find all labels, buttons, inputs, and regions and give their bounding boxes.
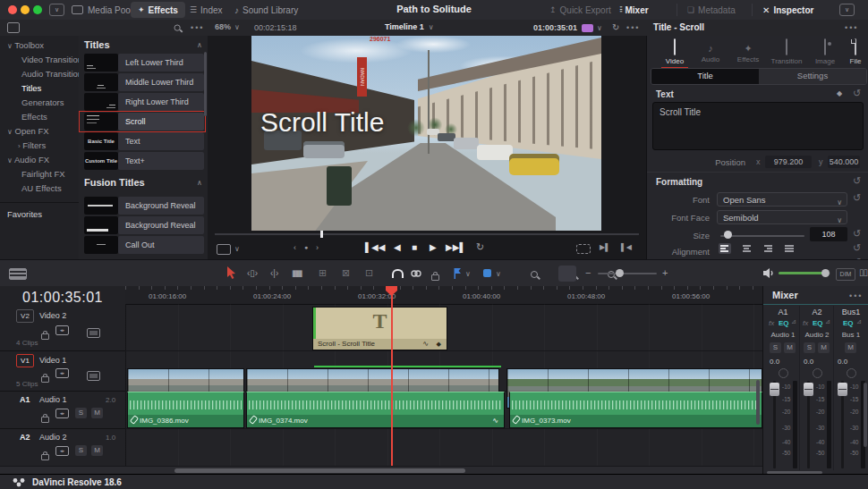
title-clip-keyframe-icon[interactable]: ◆ bbox=[437, 339, 441, 350]
panel-layout-toggle-right[interactable]: ∨ bbox=[839, 4, 855, 16]
track-v1-lock-icon[interactable] bbox=[41, 376, 49, 383]
track-header-v1[interactable]: V1 Video 1 ◂▸ 5 Clips bbox=[0, 350, 125, 392]
channel-mute-button[interactable]: M bbox=[818, 342, 830, 353]
track-a2-lock-icon[interactable] bbox=[41, 454, 49, 460]
title-item-right-lower-third[interactable]: Right Lower Third bbox=[81, 93, 204, 111]
sidebar-item-open-fx[interactable]: ∨ Open FX bbox=[7, 126, 49, 136]
dynamic-trim-mode-icon[interactable]: ‹|› bbox=[270, 268, 278, 278]
video-frame[interactable]: MADAN 296071 Scroll Title bbox=[251, 36, 601, 231]
track-a2-solo-button[interactable]: S bbox=[75, 445, 87, 456]
position-x-value[interactable]: 979.200 bbox=[765, 156, 812, 168]
zoom-slider-handle[interactable] bbox=[616, 269, 624, 277]
channel-fx-label[interactable]: fx bbox=[769, 319, 774, 327]
audio-clip-automation-icon[interactable]: ∿ bbox=[492, 415, 498, 427]
quick-export-button[interactable]: ↥ Quick Export bbox=[549, 2, 611, 18]
dim-audio-button[interactable]: DIM bbox=[836, 268, 855, 281]
track-a2-destination[interactable]: A2 bbox=[20, 433, 30, 442]
sidebar-item-favorites[interactable]: Favorites bbox=[7, 209, 42, 219]
subtab-settings[interactable]: Settings bbox=[759, 69, 866, 84]
channel-pan-knob[interactable] bbox=[779, 368, 788, 378]
timeline-ruler[interactable]: 01:00:16:00 01:00:24:00 01:00:32:00 01:0… bbox=[125, 286, 762, 305]
loop-range-icon[interactable] bbox=[576, 244, 591, 254]
timeline-playhead[interactable] bbox=[391, 286, 393, 466]
channel-fader-handle[interactable] bbox=[838, 383, 847, 396]
titles-panel-options-icon[interactable]: ••• bbox=[191, 23, 204, 32]
zoom-in-icon[interactable]: + bbox=[662, 267, 668, 278]
keyframe-icon[interactable]: ◆ bbox=[837, 89, 842, 97]
text-content-input[interactable]: Scroll Title bbox=[652, 102, 864, 150]
panel-expand-icon[interactable] bbox=[7, 22, 20, 33]
sidebar-item-effects[interactable]: Effects bbox=[21, 112, 47, 122]
link-clips-icon[interactable] bbox=[410, 268, 422, 279]
channel-fader-handle[interactable] bbox=[804, 383, 813, 396]
stop-icon[interactable]: ■ bbox=[412, 242, 417, 252]
inspector-options-icon[interactable]: ••• bbox=[845, 23, 858, 32]
sidebar-item-generators[interactable]: Generators bbox=[21, 97, 64, 107]
size-slider-track[interactable] bbox=[720, 235, 804, 237]
title-item-left-lower-third[interactable]: Left Lower Third bbox=[81, 54, 204, 72]
subtab-title[interactable]: Title bbox=[651, 69, 759, 84]
sidebar-item-video-transitions[interactable]: Video Transitions bbox=[21, 55, 87, 64]
mixer-vertical-scrollbar[interactable] bbox=[864, 383, 867, 447]
channel-fader-handle[interactable] bbox=[770, 383, 779, 396]
timeline-title-clip[interactable]: T Scroll - Scroll Title ∿ ◆ bbox=[312, 307, 447, 350]
sidebar-item-audio-fx[interactable]: ∨ Audio FX bbox=[7, 155, 49, 164]
jog-forward-icon[interactable]: › bbox=[316, 243, 319, 252]
align-justify-icon[interactable] bbox=[783, 243, 796, 254]
track-a2-autoselect-icon[interactable]: ◂▸ bbox=[55, 446, 69, 456]
formatting-reset-icon[interactable]: ↺ bbox=[853, 175, 861, 187]
loop-icon[interactable]: ↻ bbox=[476, 241, 484, 253]
clip-color-icon[interactable] bbox=[582, 24, 593, 32]
audio-clip-1[interactable]: IMG_0386.mov bbox=[127, 392, 244, 428]
text-reset-icon[interactable]: ↺ bbox=[853, 88, 861, 99]
blade-edit-mode-icon[interactable]: ▮▮▮ bbox=[292, 268, 302, 278]
match-frame-icon[interactable]: ▌◀ bbox=[621, 243, 632, 251]
track-a2-mute-button[interactable]: M bbox=[91, 445, 103, 456]
track-a1-mute-button[interactable]: M bbox=[91, 408, 103, 418]
title-item-scroll[interactable]: Scroll bbox=[81, 113, 204, 131]
channel-eq-label[interactable]: EQ bbox=[813, 319, 823, 327]
play-around-icon[interactable]: ▶▌ bbox=[600, 243, 610, 251]
zoom-full-extent-icon[interactable] bbox=[529, 270, 541, 281]
audio-clip-3[interactable]: IMG_0373.mov bbox=[509, 392, 762, 428]
channel-eq-label[interactable]: EQ bbox=[779, 319, 789, 327]
tab-video[interactable]: Video bbox=[661, 39, 688, 69]
clip-color-chevron[interactable]: ∨ bbox=[597, 24, 602, 32]
metadata-button[interactable]: ❏ Metadata bbox=[687, 2, 736, 18]
track-a1-destination[interactable]: A1 bbox=[20, 395, 30, 404]
timeline-selector[interactable]: Timeline 1∨ bbox=[385, 22, 434, 31]
font-reset-icon[interactable]: ↺ bbox=[853, 192, 861, 204]
zoom-slider-track[interactable] bbox=[598, 273, 657, 274]
timeline-horizontal-scrollbar[interactable] bbox=[174, 468, 465, 473]
viewer-scrubber-playhead[interactable] bbox=[320, 231, 323, 238]
mixer-button[interactable]: ⫶⫶ Mixer bbox=[619, 2, 649, 18]
align-right-icon[interactable] bbox=[762, 243, 774, 254]
channel-level-value[interactable]: 0.0 bbox=[770, 358, 779, 366]
track-a1-lock-icon[interactable] bbox=[41, 417, 49, 423]
viewer-zoom-select[interactable]: 68%∨ bbox=[215, 22, 240, 31]
jog-reverse-icon[interactable]: ‹ bbox=[294, 243, 296, 252]
tab-transition[interactable]: Transition bbox=[767, 39, 806, 65]
selection-tool-icon[interactable] bbox=[226, 266, 236, 280]
go-to-last-frame-icon[interactable]: ▶▶▌ bbox=[446, 242, 465, 252]
channel-eq-label[interactable]: EQ bbox=[843, 319, 854, 327]
channel-pan-knob[interactable] bbox=[813, 368, 822, 378]
title-clip-automation-icon[interactable]: ∿ bbox=[422, 339, 429, 350]
timeline-lanes[interactable]: T Scroll - Scroll Title ∿ ◆ IMG_0386.mov… bbox=[125, 304, 762, 466]
step-back-icon[interactable]: ◀ bbox=[394, 242, 401, 252]
channel-fx-label[interactable]: fx bbox=[803, 319, 808, 327]
font-face-select[interactable]: Semibold∨ bbox=[717, 210, 847, 224]
alignment-reset-icon[interactable]: ↺ bbox=[853, 242, 861, 254]
channel-level-value[interactable]: 0.0 bbox=[804, 358, 813, 366]
overwrite-clip-icon[interactable]: ⊠ bbox=[342, 267, 350, 279]
inspector-button[interactable]: ✕ Inspector bbox=[762, 2, 813, 18]
search-icon[interactable] bbox=[173, 24, 184, 34]
align-center-icon[interactable] bbox=[740, 243, 753, 254]
title-item-call-out[interactable]: Call Out bbox=[81, 236, 204, 254]
channel-pan-knob[interactable] bbox=[847, 368, 856, 378]
trim-edit-mode-icon[interactable]: ‹▯› bbox=[247, 268, 258, 278]
meters-icon[interactable]: ▯▯ bbox=[859, 267, 867, 277]
flag-color-chevron[interactable]: ∨ bbox=[465, 270, 471, 278]
size-slider-handle[interactable] bbox=[724, 231, 732, 239]
sidebar-item-audio-transitions[interactable]: Audio Transitions bbox=[21, 69, 87, 79]
